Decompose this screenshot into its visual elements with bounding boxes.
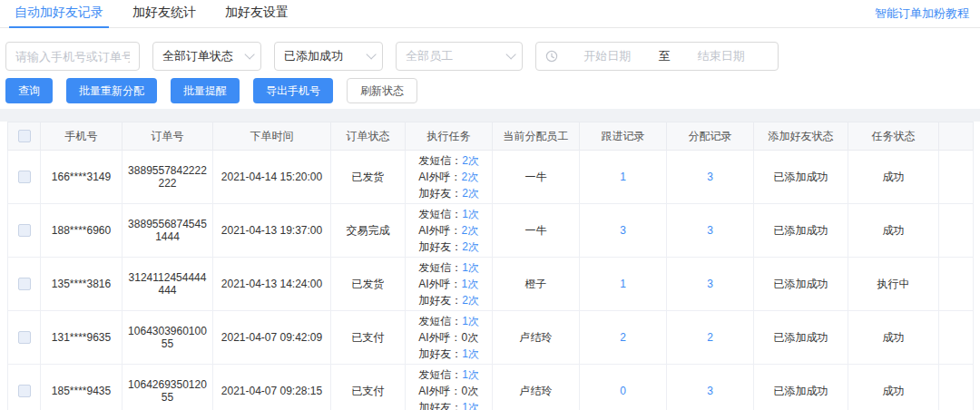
employee-cell: 卢结玲	[493, 311, 580, 365]
order-status-value: 全部订单状态	[162, 48, 233, 64]
add-status-value: 已添加成功	[284, 48, 343, 64]
column-header: 下单时间	[213, 122, 331, 151]
add-status-cell: 已添加成功	[754, 204, 848, 258]
row-checkbox[interactable]	[18, 278, 31, 290]
add-status-cell: 已添加成功	[754, 365, 848, 410]
row-checkbox[interactable]	[18, 331, 31, 344]
task-count: 2次	[462, 187, 479, 200]
task-count: 1次	[462, 401, 479, 410]
follow-count-cell: 2	[580, 311, 667, 365]
row-checkbox[interactable]	[18, 385, 31, 397]
assign-count-cell: 3	[667, 365, 754, 410]
phone-cell: 166****3149	[41, 151, 122, 204]
add-status-cell: 已添加成功	[754, 151, 848, 204]
task-count: 1次	[462, 261, 479, 274]
task-label: AI外呼：	[418, 278, 461, 290]
task-status-cell: 成功	[848, 365, 939, 410]
order-no-cell: 38895568745451444	[122, 204, 213, 258]
task-count: 2次	[462, 294, 479, 307]
add-status-cell: 已添加成功	[754, 311, 848, 365]
task-status-cell: 成功	[848, 311, 939, 365]
task-line: 发短信：2次	[418, 152, 479, 169]
tasks-cell: 发短信：1次AI外呼：1次加好友：2次	[406, 258, 493, 311]
assign-count-link[interactable]: 3	[707, 278, 713, 290]
task-line: 加好友：2次	[418, 239, 479, 255]
phone-cell: 185****9435	[41, 365, 122, 410]
task-line: 发短信：1次	[418, 313, 479, 329]
empty-cell	[939, 151, 974, 204]
assign-count-cell: 2	[667, 311, 754, 365]
records-table-panel: 手机号订单号下单时间订单状态执行任务当前分配员工跟进记录分配记录添加好友状态任务…	[0, 122, 980, 410]
date-separator: 至	[655, 48, 674, 64]
follow-count-link[interactable]: 0	[620, 385, 626, 397]
tutorial-link[interactable]: 智能订单加粉教程	[875, 5, 969, 22]
batch-reassign-button[interactable]: 批量重新分配	[66, 78, 157, 103]
tab-auto-add-friend-record[interactable]: 自动加好友记录	[0, 0, 118, 27]
table-row: 166****314938895578422222222021-04-14 15…	[8, 151, 974, 204]
tab-add-friend-stats[interactable]: 加好友统计	[118, 0, 211, 27]
refresh-status-button[interactable]: 刷新状态	[347, 78, 417, 103]
assign-count-link[interactable]: 3	[707, 171, 713, 183]
order-status-select[interactable]: 全部订单状态	[152, 42, 261, 71]
row-checkbox[interactable]	[18, 224, 31, 237]
task-line: AI外呼：2次	[418, 222, 479, 239]
assign-count-link[interactable]: 3	[707, 224, 713, 237]
assign-count-link[interactable]: 3	[707, 385, 713, 397]
task-line: AI外呼：0次	[418, 383, 479, 399]
task-count: 1次	[462, 278, 479, 290]
panel-divider	[0, 109, 980, 122]
employee-cell: 一牛	[493, 151, 580, 204]
query-button[interactable]: 查询	[5, 78, 53, 103]
column-header: 分配记录	[667, 122, 754, 151]
batch-remind-button[interactable]: 批量提醒	[171, 78, 240, 103]
follow-count-link[interactable]: 1	[620, 278, 626, 290]
assign-count-link[interactable]: 2	[707, 331, 713, 344]
export-phone-button[interactable]: 导出手机号	[253, 78, 333, 103]
tasks-cell: 发短信：1次AI外呼：0次加好友：1次	[406, 311, 493, 365]
records-table: 手机号订单号下单时间订单状态执行任务当前分配员工跟进记录分配记录添加好友状态任务…	[7, 122, 974, 410]
task-count: 1次	[462, 208, 479, 220]
date-range-picker[interactable]: 开始日期 至 结束日期	[535, 42, 779, 71]
task-label: AI外呼：	[418, 331, 461, 344]
assign-count-cell: 3	[667, 204, 754, 258]
task-line: 加好友：1次	[418, 399, 479, 410]
employee-select[interactable]: 全部员工	[396, 42, 523, 71]
checkbox-cell	[8, 311, 41, 365]
checkbox-cell	[8, 365, 41, 410]
search-input[interactable]	[5, 42, 140, 71]
follow-count-link[interactable]: 1	[620, 171, 626, 183]
phone-cell: 188****6960	[41, 204, 122, 258]
task-label: AI外呼：	[418, 224, 461, 237]
task-line: 加好友：2次	[418, 292, 479, 308]
add-status-cell: 已添加成功	[754, 258, 848, 311]
order-time-cell: 2021-04-13 19:37:00	[213, 204, 331, 258]
add-status-select[interactable]: 已添加成功	[274, 42, 383, 71]
task-label: 加好友：	[418, 240, 462, 253]
start-date-placeholder: 开始日期	[560, 48, 655, 64]
tab-add-friend-settings[interactable]: 加好友设置	[211, 0, 303, 27]
follow-count-link[interactable]: 3	[620, 224, 626, 237]
task-label: AI外呼：	[418, 171, 461, 183]
order-time-cell: 2021-04-13 14:24:00	[213, 258, 331, 311]
task-label: 发短信：	[418, 368, 462, 381]
order-status-cell: 已发货	[331, 151, 406, 204]
order-time-cell: 2021-04-07 09:28:15	[213, 365, 331, 410]
select-all-checkbox[interactable]	[18, 130, 31, 142]
task-line: 发短信：1次	[418, 206, 479, 222]
order-no-cell: 3124112454444444	[122, 258, 213, 311]
task-count: 1次	[462, 368, 479, 381]
follow-count-link[interactable]: 2	[620, 331, 626, 344]
task-count: 2次	[462, 240, 479, 253]
order-status-cell: 交易完成	[331, 204, 406, 258]
task-label: 发短信：	[418, 315, 462, 327]
column-header: 手机号	[41, 122, 122, 151]
checkbox-cell	[8, 204, 41, 258]
follow-count-cell: 0	[580, 365, 667, 410]
row-checkbox[interactable]	[18, 171, 31, 183]
task-label: 加好友：	[418, 294, 462, 307]
task-line: AI外呼：0次	[418, 329, 479, 346]
table-row: 185****94351064269350120552021-04-07 09:…	[8, 365, 974, 410]
task-line: 加好友：2次	[418, 185, 479, 201]
column-header: 订单状态	[331, 122, 406, 151]
task-label: 发短信：	[418, 261, 462, 274]
